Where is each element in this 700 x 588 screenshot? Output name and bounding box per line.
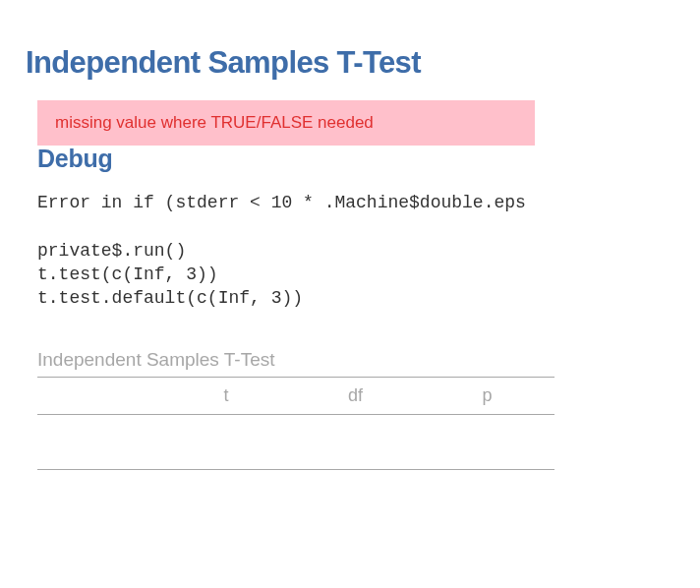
error-banner: missing value where TRUE/FALSE needed <box>37 100 535 146</box>
table-header-blank <box>37 378 161 415</box>
table-header-t: t <box>161 378 291 415</box>
page-title: Independent Samples T-Test <box>26 45 682 81</box>
results-table: t df p <box>37 377 554 470</box>
table-header-p: p <box>420 378 554 415</box>
table-row <box>37 415 554 442</box>
debug-heading: Debug <box>37 145 682 173</box>
table-header-df: df <box>291 378 421 415</box>
table-caption: Independent Samples T-Test <box>37 349 554 371</box>
table-row <box>37 442 554 470</box>
debug-code: Error in if (stderr < 10 * .Machine$doub… <box>37 191 682 310</box>
